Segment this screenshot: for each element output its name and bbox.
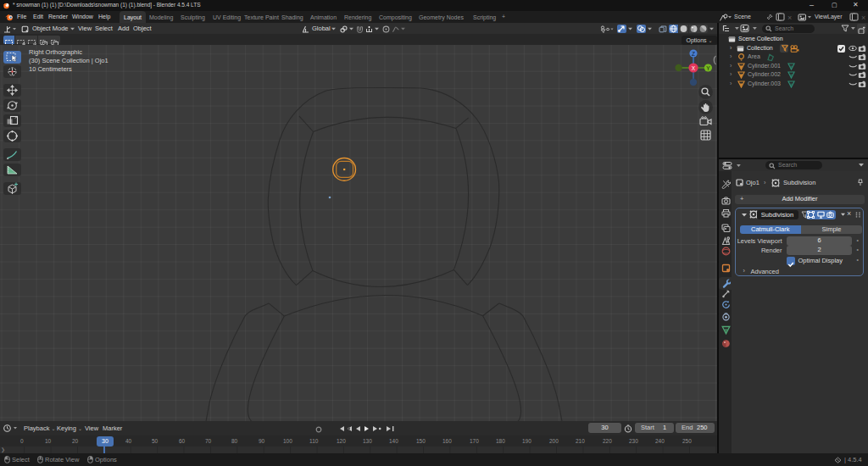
svg-text:Z: Z (692, 51, 695, 57)
svg-text:Y: Y (706, 65, 710, 71)
svg-text:X: X (692, 65, 696, 71)
